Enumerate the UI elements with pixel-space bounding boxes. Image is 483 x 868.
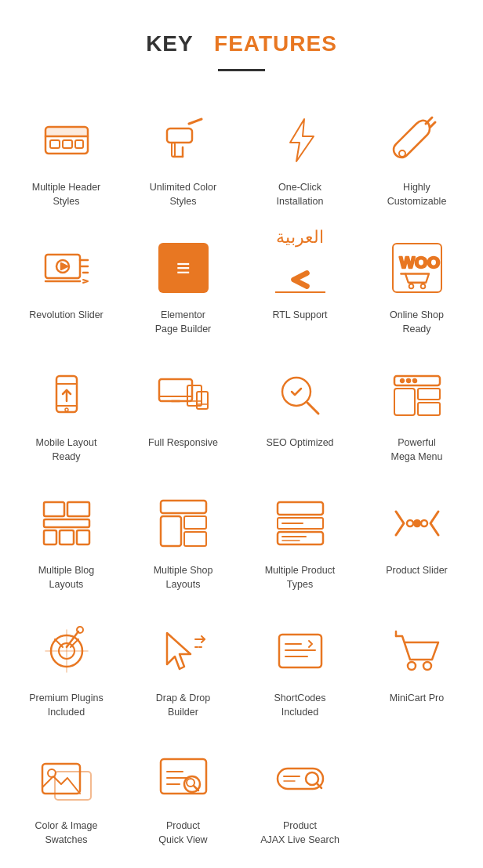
feature-revolution-slider: Revolution Slider — [8, 222, 125, 350]
svg-rect-83 — [42, 764, 80, 794]
svg-rect-5 — [75, 140, 83, 148]
svg-marker-17 — [61, 263, 67, 269]
feature-drag-drop-builder: Drap & DropBuilder — [125, 606, 242, 733]
color-image-swatches-label: Color & ImageSwatches — [35, 819, 98, 847]
title-underline — [218, 69, 265, 71]
feature-full-responsive: Full Responsive — [125, 350, 242, 478]
feature-mobile-layout-ready: Mobile LayoutReady — [8, 350, 125, 478]
svg-point-63 — [414, 520, 420, 526]
minicart-pro-label: MiniCart Pro — [390, 692, 444, 706]
full-responsive-label: Full Responsive — [148, 436, 218, 450]
highly-customizable-icon — [386, 109, 448, 172]
svg-marker-73 — [167, 633, 191, 669]
feature-product-quick-view: ProductQuick View — [125, 733, 242, 861]
svg-rect-4 — [63, 140, 72, 148]
multiple-blog-layouts-label: Multiple BlogLayouts — [38, 564, 95, 591]
features-grid: Multiple HeaderStyles Unlimited ColorSty… — [0, 95, 483, 861]
svg-rect-53 — [161, 516, 181, 546]
svg-point-29 — [65, 408, 68, 411]
woo-icon-box: WOO — [392, 243, 442, 293]
product-slider-label: Product Slider — [386, 564, 448, 578]
unlimited-color-styles-icon — [152, 109, 215, 172]
svg-point-72 — [77, 627, 83, 633]
svg-line-14 — [430, 122, 435, 127]
online-shop-ready-label: Online ShopReady — [390, 309, 444, 336]
seo-optimized-label: SEO Optimized — [266, 436, 333, 450]
feature-unlimited-color-styles: Unlimited ColorStyles — [125, 95, 242, 222]
svg-point-44 — [407, 379, 410, 382]
feature-one-click-installation: One-ClickInstallation — [242, 95, 358, 222]
svg-rect-42 — [418, 403, 440, 415]
feature-product-slider: Product Slider — [358, 478, 475, 606]
svg-rect-59 — [278, 532, 323, 544]
feature-seo-optimized: SEO Optimized — [242, 350, 358, 478]
svg-point-45 — [413, 379, 416, 382]
feature-rtl-support: العربية RTL Support — [242, 222, 358, 350]
multiple-header-styles-icon — [35, 109, 98, 172]
svg-point-43 — [401, 379, 404, 382]
svg-point-62 — [407, 520, 413, 526]
svg-rect-56 — [278, 502, 323, 515]
elementor-page-builder-label: ElementorPage Builder — [155, 309, 212, 336]
feature-minicart-pro: MiniCart Pro — [358, 606, 475, 733]
multiple-shop-layouts-label: Multiple ShopLayouts — [154, 564, 213, 591]
svg-rect-48 — [44, 519, 89, 527]
title-features: FEATURES — [214, 31, 337, 56]
minicart-pro-icon — [386, 620, 448, 682]
rtl-icon-box: العربية — [275, 243, 325, 293]
shortcodes-included-icon — [269, 620, 332, 682]
feature-multiple-shop-layouts: Multiple ShopLayouts — [125, 478, 242, 606]
svg-point-24 — [420, 284, 425, 289]
page-title-section: KEY FEATURES — [0, 0, 483, 71]
svg-rect-8 — [172, 143, 175, 157]
feature-shortcodes-included: ShortCodesIncluded — [242, 606, 358, 733]
svg-line-67 — [55, 639, 63, 647]
svg-rect-46 — [44, 502, 64, 516]
revolution-slider-label: Revolution Slider — [29, 309, 104, 323]
svg-point-81 — [423, 662, 431, 670]
revolution-slider-icon — [35, 237, 98, 299]
rtl-support-icon: العربية — [269, 237, 332, 299]
product-quick-view-label: ProductQuick View — [158, 819, 207, 847]
shortcodes-included-label: ShortCodesIncluded — [274, 692, 325, 719]
svg-rect-93 — [278, 769, 323, 789]
feature-color-image-swatches: Color & ImageSwatches — [8, 733, 125, 861]
multiple-product-types-icon — [269, 492, 332, 555]
seo-optimized-icon — [269, 364, 332, 427]
one-click-installation-icon — [269, 109, 332, 172]
svg-point-80 — [408, 662, 416, 670]
premium-plugins-included-label: Premium PluginsIncluded — [29, 692, 103, 719]
elementor-icon-box: ≡ — [158, 243, 209, 293]
elementor-page-builder-icon: ≡ — [152, 237, 215, 299]
multiple-blog-layouts-icon — [35, 492, 98, 555]
highly-customizable-label: HighlyCustomizable — [387, 181, 447, 208]
svg-rect-1 — [45, 127, 88, 136]
powerful-mega-menu-label: PowerfulMega Menu — [390, 436, 442, 464]
product-quick-view-icon — [152, 747, 215, 810]
svg-rect-54 — [184, 516, 206, 529]
feature-product-ajax-live-search: ProductAJAX Live Search — [242, 733, 358, 861]
svg-rect-47 — [67, 502, 89, 516]
feature-multiple-product-types: Multiple ProductTypes — [242, 478, 358, 606]
svg-rect-52 — [161, 501, 206, 513]
feature-highly-customizable: HighlyCustomizable — [358, 95, 475, 222]
drag-drop-builder-icon — [152, 620, 215, 682]
full-responsive-icon — [152, 364, 215, 427]
svg-point-38 — [282, 378, 310, 406]
premium-plugins-included-icon — [35, 620, 98, 682]
svg-rect-51 — [77, 530, 89, 544]
svg-rect-41 — [418, 389, 440, 400]
svg-text:WOO: WOO — [399, 253, 440, 271]
multiple-product-types-label: Multiple ProductTypes — [265, 564, 336, 591]
svg-point-12 — [399, 150, 405, 157]
mobile-layout-ready-label: Mobile LayoutReady — [36, 436, 97, 464]
product-slider-icon — [386, 492, 448, 555]
svg-point-64 — [421, 520, 427, 526]
svg-rect-55 — [184, 532, 206, 546]
svg-rect-49 — [44, 530, 56, 544]
multiple-shop-layouts-icon — [152, 492, 215, 555]
product-ajax-live-search-icon — [269, 747, 332, 810]
svg-rect-7 — [167, 128, 192, 143]
feature-powerful-mega-menu: PowerfulMega Menu — [358, 350, 475, 478]
unlimited-color-styles-label: Unlimited ColorStyles — [150, 181, 216, 208]
